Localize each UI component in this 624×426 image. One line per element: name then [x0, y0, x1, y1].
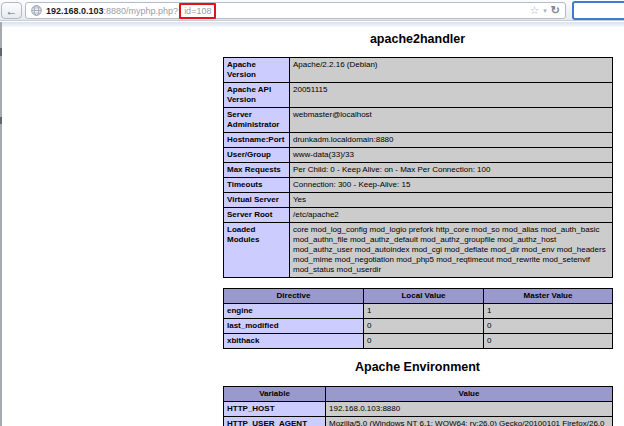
- row-label-cell: Loaded Modules: [224, 223, 290, 278]
- row-label-cell: xbithack: [224, 334, 364, 349]
- row-value-cell: drunkadm.localdomain:8880: [290, 133, 613, 148]
- row-value-cell: 20051115: [290, 83, 613, 108]
- page-title: apache2handler: [223, 33, 612, 46]
- apache-config-table: Apache VersionApache/2.2.16 (Debian)Apac…: [223, 57, 613, 278]
- browser-window: ← 192.168.0.103:8880/myphp.php?id=108 ☆ …: [0, 0, 624, 426]
- page-content: apache2handler Apache VersionApache/2.2.…: [223, 27, 612, 426]
- table-row: Server Root/etc/apache2: [224, 208, 613, 223]
- header-row: VariableValue: [224, 387, 613, 402]
- reload-icon[interactable]: ↻: [551, 5, 560, 16]
- row-label-cell: Apache Version: [224, 58, 290, 83]
- table-row: Hostname:Portdrunkadm.localdomain:8880: [224, 133, 613, 148]
- table-row: Max RequestsPer Child: 0 - Keep Alive: o…: [224, 163, 613, 178]
- table-row: engine11: [224, 304, 613, 319]
- header-row: DirectiveLocal ValueMaster Value: [224, 289, 613, 304]
- row-label-cell: HTTP_USER_AGENT: [224, 417, 326, 426]
- environment-table: VariableValueHTTP_HOST192.168.0.103:8880…: [223, 386, 613, 426]
- search-box-partial[interactable]: [572, 1, 624, 20]
- back-button[interactable]: ←: [1, 2, 22, 19]
- table-row: Server Administratorwebmaster@localhost: [224, 108, 613, 133]
- row-label-cell: Virtual Server: [224, 193, 290, 208]
- column-header: Value: [326, 387, 613, 402]
- table-row: last_modified00: [224, 319, 613, 334]
- window-left-border: [0, 22, 2, 426]
- table-row: TimeoutsConnection: 300 - Keep-Alive: 15: [224, 178, 613, 193]
- row-value-cell: Connection: 300 - Keep-Alive: 15: [290, 178, 613, 193]
- browser-toolbar: ← 192.168.0.103:8880/myphp.php?id=108 ☆ …: [0, 0, 624, 21]
- column-header: Local Value: [364, 289, 484, 304]
- row-value-cell: Yes: [290, 193, 613, 208]
- row-value-cell: webmaster@localhost: [290, 108, 613, 133]
- row-label-cell: Timeouts: [224, 178, 290, 193]
- table-row: HTTP_USER_AGENTMozilla/5.0 (Windows NT 6…: [224, 417, 613, 426]
- column-header: Master Value: [484, 289, 613, 304]
- url-highlight-text: id=108: [184, 6, 211, 16]
- row-label-cell: HTTP_HOST: [224, 402, 326, 417]
- row-label-cell: Hostname:Port: [224, 133, 290, 148]
- row-value-cell: core mod_log_config mod_logio prefork ht…: [290, 223, 613, 278]
- row-value-cell: /etc/apache2: [290, 208, 613, 223]
- window-edge-mark: [0, 117, 2, 124]
- row-value-cell: 0: [484, 319, 613, 334]
- table-row: Virtual ServerYes: [224, 193, 613, 208]
- row-value-cell: 1: [364, 304, 484, 319]
- row-value-cell: 0: [484, 334, 613, 349]
- table-row: xbithack00: [224, 334, 613, 349]
- table-row: Loaded Modulescore mod_log_config mod_lo…: [224, 223, 613, 278]
- row-value-cell: 0: [364, 334, 484, 349]
- address-bar[interactable]: 192.168.0.103:8880/myphp.php?id=108 ☆ ▾ …: [25, 2, 566, 19]
- globe-icon: [31, 5, 42, 16]
- url-highlight-annotation: id=108: [179, 3, 216, 19]
- window-edge-mark: [0, 48, 2, 56]
- row-value-cell: 0: [364, 319, 484, 334]
- row-value-cell: Apache/2.2.16 (Debian): [290, 58, 613, 83]
- column-header: Variable: [224, 387, 326, 402]
- url-text: 192.168.0.103:8880/myphp.php?id=108: [46, 6, 216, 16]
- table-row: Apache API Version20051115: [224, 83, 613, 108]
- row-label-cell: last_modified: [224, 319, 364, 334]
- row-value-cell: 1: [484, 304, 613, 319]
- url-host: 192.168.0.103: [46, 6, 104, 16]
- table-row: Apache VersionApache/2.2.16 (Debian): [224, 58, 613, 83]
- row-label-cell: Server Root: [224, 208, 290, 223]
- environment-heading: Apache Environment: [223, 361, 612, 374]
- bookmark-star-icon[interactable]: ☆: [529, 5, 539, 16]
- row-label-cell: engine: [224, 304, 364, 319]
- back-arrow-icon: ←: [6, 5, 18, 17]
- directives-table: DirectiveLocal ValueMaster Valueengine11…: [223, 288, 613, 349]
- url-path: :8880/myphp.php?: [104, 6, 179, 16]
- row-value-cell: www-data(33)/33: [290, 148, 613, 163]
- row-label-cell: Apache API Version: [224, 83, 290, 108]
- row-value-cell: 192.168.0.103:8880: [326, 402, 613, 417]
- row-value-cell: Mozilla/5.0 (Windows NT 6.1; WOW64; rv:2…: [326, 417, 613, 426]
- row-label-cell: Server Administrator: [224, 108, 290, 133]
- column-header: Directive: [224, 289, 364, 304]
- table-row: HTTP_HOST192.168.0.103:8880: [224, 402, 613, 417]
- table-row: User/Groupwww-data(33)/33: [224, 148, 613, 163]
- row-label-cell: User/Group: [224, 148, 290, 163]
- row-value-cell: Per Child: 0 - Keep Alive: on - Max Per …: [290, 163, 613, 178]
- dropdown-caret-icon[interactable]: ▾: [543, 7, 547, 14]
- row-label-cell: Max Requests: [224, 163, 290, 178]
